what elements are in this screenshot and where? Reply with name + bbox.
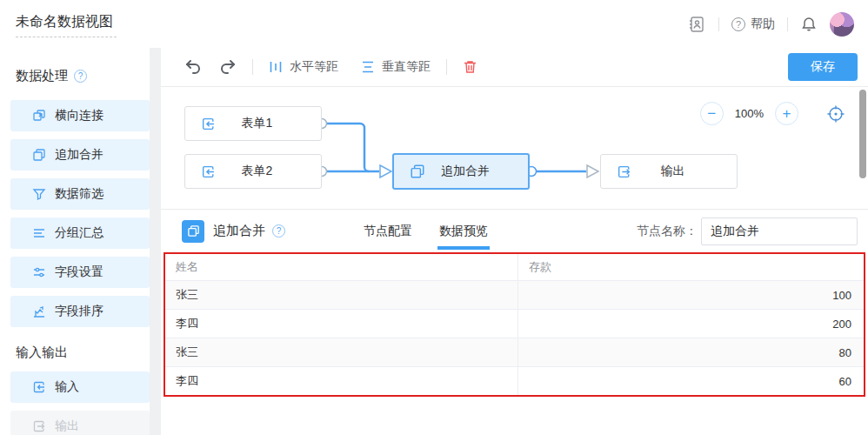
cell-name: 张三 [165, 281, 518, 309]
panel-tabs: 节点配置 数据预览 [362, 210, 490, 252]
distribute-horizontal-icon [269, 60, 283, 74]
distribute-vertical-button[interactable]: 垂直等距 [361, 59, 431, 75]
sidebar-item-append-merge[interactable]: 追加合并 [10, 139, 150, 171]
section-title: 数据处理 [16, 68, 68, 84]
sidebar-item-input[interactable]: 输入 [10, 371, 150, 403]
distribute-vertical-label: 垂直等距 [382, 59, 431, 75]
sidebar-item-label: 输入 [55, 379, 79, 395]
sidebar-item-label: 数据筛选 [55, 186, 103, 202]
zoom-out-button[interactable]: − [700, 102, 724, 125]
divider [718, 17, 719, 31]
document-title[interactable]: 未命名数据视图 [16, 11, 117, 37]
append-merge-badge-icon [182, 220, 204, 243]
node-form2[interactable]: 表单2 [184, 154, 322, 189]
distribute-vertical-icon [361, 60, 375, 74]
flow-canvas[interactable]: 表单1 表单2 追加合并 [161, 87, 868, 209]
sidebar-item-label: 横向连接 [55, 108, 103, 124]
horizontal-join-icon [32, 109, 46, 123]
distribute-horizontal-label: 水平等距 [290, 59, 338, 75]
help-button[interactable]: ? 帮助 [731, 17, 775, 32]
node-label: 表单2 [216, 164, 321, 179]
sidebar-item-horizontal-join[interactable]: 横向连接 [10, 100, 150, 131]
help-label: 帮助 [751, 17, 775, 32]
sidebar-item-data-filter[interactable]: 数据筛选 [10, 178, 150, 210]
sidebar-item-label: 分组汇总 [55, 225, 103, 241]
node-name-input[interactable] [701, 218, 858, 245]
cell-deposit: 200 [518, 310, 864, 338]
body-layout: 数据处理 ? 横向连接 追加合并 数据筛选 [0, 48, 868, 435]
delete-node-icon[interactable] [463, 59, 477, 75]
user-avatar[interactable] [830, 12, 854, 37]
node-label: 输出 [631, 164, 737, 179]
node-name-group: 节点名称： [637, 218, 858, 245]
node-label: 追加合并 [425, 164, 528, 179]
sidebar-gap [150, 48, 161, 435]
top-bar: 未命名数据视图 ? 帮助 [0, 0, 868, 48]
table-row[interactable]: 张三 80 [165, 338, 864, 366]
panel-title: 追加合并 [213, 223, 265, 239]
canvas-toolbar: 水平等距 垂直等距 保存 [161, 48, 868, 87]
node-output[interactable]: 输出 [600, 154, 738, 189]
sidebar-item-label: 字段设置 [55, 264, 103, 280]
sidebar-item-field-settings[interactable]: 字段设置 [10, 257, 150, 288]
cell-deposit: 80 [518, 338, 864, 366]
table-row[interactable]: 张三 100 [165, 280, 864, 309]
panel-header: 追加合并 ? 节点配置 数据预览 节点名称： [161, 210, 868, 252]
append-merge-icon [410, 164, 425, 179]
node-form1[interactable]: 表单1 [184, 106, 322, 141]
table-row[interactable]: 李四 200 [165, 309, 864, 338]
zoom-level: 100% [735, 107, 764, 120]
filter-icon [32, 187, 46, 201]
help-icon: ? [731, 17, 745, 31]
sidebar-item-field-sort[interactable]: 字段排序 [10, 296, 150, 327]
notification-bell-icon[interactable] [800, 16, 818, 33]
sidebar-item-group-summary[interactable]: 分组汇总 [10, 218, 150, 249]
input-node-icon [32, 380, 46, 394]
topbar-actions: ? 帮助 [687, 12, 854, 37]
sidebar-item-label: 字段排序 [55, 304, 103, 319]
sidebar-section-data-processing: 数据处理 ? [16, 68, 150, 84]
distribute-horizontal-button[interactable]: 水平等距 [269, 59, 338, 75]
preview-table: 姓名 存款 张三 100 李四 200 张三 80 [164, 252, 865, 397]
cell-name: 张三 [165, 338, 518, 366]
zoom-controls: − 100% + [700, 102, 845, 125]
app-window: 未命名数据视图 ? 帮助 [0, 0, 868, 435]
field-settings-icon [32, 265, 46, 279]
arrowhead-output-input [587, 165, 598, 177]
tab-node-config[interactable]: 节点配置 [362, 210, 414, 252]
divider [787, 17, 788, 31]
sidebar-item-label: 输出 [55, 418, 79, 434]
cell-name: 李四 [165, 310, 518, 338]
vertical-scrollbar[interactable] [859, 90, 866, 178]
arrowhead-merge-input [380, 165, 391, 177]
sidebar: 数据处理 ? 横向连接 追加合并 数据筛选 [0, 48, 150, 435]
cell-deposit: 100 [518, 281, 864, 309]
save-button[interactable]: 保存 [788, 53, 858, 81]
group-summary-icon [32, 226, 46, 240]
input-node-icon [201, 117, 216, 131]
section-title: 输入输出 [16, 345, 68, 361]
panel-help-icon[interactable]: ? [272, 224, 285, 238]
divider [446, 59, 447, 75]
cell-deposit: 60 [518, 367, 864, 395]
divider [252, 59, 253, 75]
sidebar-section-input-output: 输入输出 [16, 345, 150, 361]
output-node-icon [32, 419, 46, 433]
node-label: 表单1 [216, 116, 321, 131]
zoom-in-button[interactable]: + [775, 102, 798, 125]
node-detail-panel: 追加合并 ? 节点配置 数据预览 节点名称： 姓名 存款 [161, 209, 868, 435]
sidebar-item-label: 追加合并 [55, 147, 103, 163]
redo-icon[interactable] [219, 59, 237, 75]
section-help-icon[interactable]: ? [74, 70, 87, 83]
input-node-icon [201, 164, 216, 179]
sidebar-item-output: 输出 [10, 411, 150, 435]
cell-name: 李四 [165, 367, 518, 395]
undo-icon[interactable] [184, 59, 202, 75]
append-merge-icon [32, 148, 46, 162]
fit-view-icon[interactable] [826, 104, 845, 124]
output-node-icon [617, 164, 631, 179]
tab-data-preview[interactable]: 数据预览 [437, 210, 490, 252]
contacts-icon[interactable] [687, 15, 706, 34]
node-append-merge[interactable]: 追加合并 [392, 153, 530, 190]
table-row[interactable]: 李四 60 [165, 366, 864, 395]
